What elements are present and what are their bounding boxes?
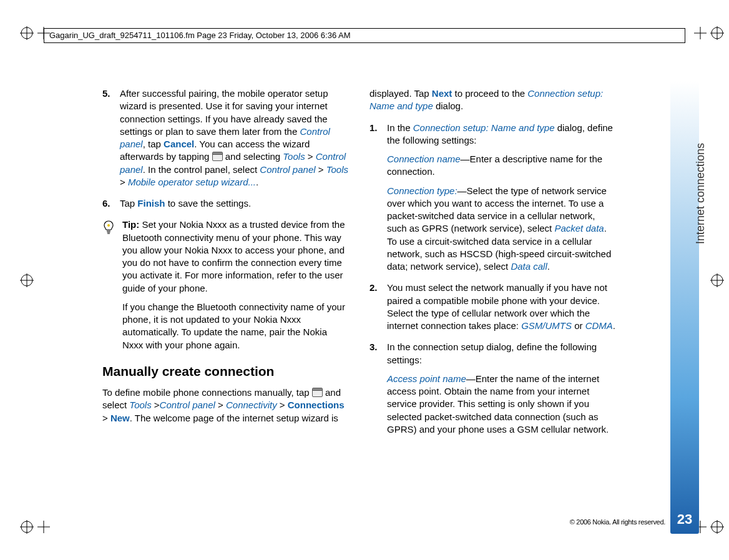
side-section-label: Internet connections (694, 143, 707, 244)
option-gsm-umts: GSM/UMTS (521, 320, 572, 331)
step-body: In the Connection setup: Name and type d… (387, 122, 617, 273)
step-body: Tap Finish to save the settings. (120, 197, 350, 210)
link-tools: Tools (129, 400, 151, 410)
new-label: New (110, 413, 130, 423)
step-5: 5. After successful pairing, the mobile … (102, 87, 350, 189)
right-column: displayed. Tap Next to proceed to the Co… (369, 87, 617, 445)
link-connection-setup-dialog: Connection setup: Name and type (413, 122, 555, 133)
tip-block: Tip: Set your Nokia Nxxx as a trusted de… (102, 219, 350, 351)
header-text: Gagarin_UG_draft_9254711_101106.fm Page … (49, 31, 351, 40)
crop-mark-icon (710, 273, 724, 287)
application-menu-icon (312, 388, 323, 397)
option-cdma: CDMA (585, 320, 613, 331)
crop-mark-icon (20, 273, 34, 287)
paragraph: To define mobile phone connections manua… (102, 386, 350, 425)
connections-label: Connections (288, 400, 345, 410)
link-tools: Tools (326, 164, 348, 175)
link-mobile-operator-wizard: Mobile operator setup wizard... (128, 177, 256, 187)
section-heading: Manually create connection (102, 363, 350, 380)
next-label: Next (432, 88, 453, 99)
application-menu-icon (212, 152, 223, 161)
step-number: 3. (369, 341, 387, 436)
step-body: You must select the network manually if … (387, 282, 617, 332)
step-3: 3. In the connection setup dialog, defin… (369, 341, 617, 436)
step-number: 5. (102, 87, 120, 189)
step-number: 6. (102, 197, 120, 210)
step-6: 6. Tap Finish to save the settings. (102, 197, 350, 210)
step-2: 2. You must select the network manually … (369, 282, 617, 332)
tip-label: Tip: (122, 219, 139, 230)
copyright: © 2006 Nokia. All rights reserved. (570, 518, 665, 526)
svg-point-26 (107, 224, 110, 227)
step-number: 2. (369, 282, 387, 332)
page-body: 5. After successful pairing, the mobile … (102, 87, 617, 445)
option-data-call: Data call (511, 261, 547, 272)
step-number: 1. (369, 122, 387, 273)
link-connectivity: Connectivity (226, 400, 277, 410)
step-1: 1. In the Connection setup: Name and typ… (369, 122, 617, 273)
option-packet-data: Packet data (554, 223, 604, 233)
tip-icon (102, 219, 122, 351)
page-header: Gagarin_UG_draft_9254711_101106.fm Page … (44, 28, 685, 43)
field-connection-type: Connection type: (387, 185, 457, 196)
field-access-point-name: Access point name (387, 373, 466, 384)
paragraph: displayed. Tap Next to proceed to the Co… (369, 87, 617, 113)
step-body: After successful pairing, the mobile ope… (120, 87, 350, 189)
tip-body: Tip: Set your Nokia Nxxx as a trusted de… (122, 219, 350, 351)
cancel-label: Cancel (164, 139, 194, 149)
left-column: 5. After successful pairing, the mobile … (102, 87, 350, 445)
field-connection-name: Connection name (387, 154, 461, 164)
link-control-panel: Control panel (160, 400, 215, 410)
crop-mark-icon (20, 520, 50, 534)
page-number: 23 (673, 511, 696, 528)
step-body: In the connection setup dialog, define t… (387, 341, 617, 436)
finish-label: Finish (137, 198, 165, 209)
crop-mark-icon (694, 26, 724, 40)
link-control-panel: Control panel (260, 164, 315, 175)
link-tools: Tools (283, 151, 305, 162)
